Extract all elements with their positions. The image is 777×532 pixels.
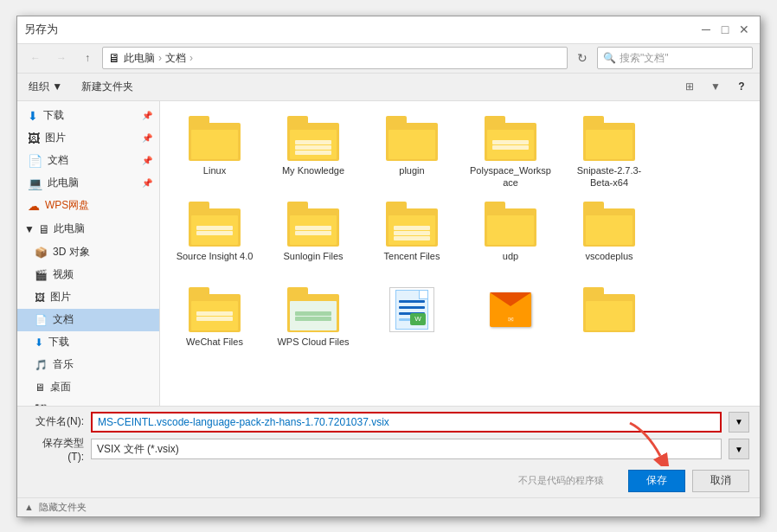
sidebar-item-documents[interactable]: 📄 文档 bbox=[17, 309, 159, 331]
watermark-text: 不只是代码的程序猿 bbox=[518, 475, 604, 485]
folder-content-wechat bbox=[196, 311, 233, 327]
pin-icon-3: 📌 bbox=[142, 156, 152, 165]
this-pc-label: 此电脑 bbox=[54, 221, 85, 236]
file-name-sourceinsight: Source Insight 4.0 bbox=[177, 250, 254, 262]
sidebar-item-bootcamp[interactable]: 💾 BOOTCAMP (C bbox=[17, 399, 159, 406]
desktop-label: 桌面 bbox=[50, 380, 71, 394]
computer-icon: 🖥 bbox=[108, 51, 120, 65]
folder-icon-wechat bbox=[189, 287, 241, 332]
sidebar-item-documents-pin[interactable]: 📄 文档 📌 bbox=[17, 150, 159, 172]
collapse-icon: ▲ bbox=[24, 502, 34, 512]
forward-button[interactable]: → bbox=[50, 48, 73, 68]
file-item-wpscloud[interactable]: WPS Cloud Files bbox=[266, 279, 361, 362]
refresh-button[interactable]: ↻ bbox=[571, 48, 594, 68]
file-item-sourceinsight[interactable]: Source Insight 4.0 bbox=[167, 194, 262, 276]
pin-icon: 📌 bbox=[142, 111, 152, 120]
navigation-toolbar: ← → ↑ 🖥 此电脑 › 文档 › ↻ 🔍 搜索"文档" bbox=[17, 44, 760, 74]
bottom-buttons: 不只是代码的程序猿 保存 取消 bbox=[28, 466, 749, 492]
filetype-select[interactable]: VSIX 文件 (*.vsix) bbox=[91, 439, 722, 459]
file-item-udp[interactable]: udp bbox=[463, 194, 558, 276]
folder-icon-extra bbox=[583, 287, 635, 332]
folder-content-lines bbox=[295, 140, 331, 156]
folder-content-tencent bbox=[394, 226, 430, 241]
file-name-tencent: Tencent Files bbox=[384, 250, 440, 262]
file-item-doc[interactable]: W bbox=[364, 279, 459, 362]
sidebar-item-pictures[interactable]: 🖼 图片 bbox=[17, 286, 159, 309]
folder-icon-plugin bbox=[386, 116, 438, 161]
video-label: 视频 bbox=[53, 267, 74, 282]
filename-input[interactable] bbox=[91, 412, 722, 433]
view-details-button[interactable]: ▼ bbox=[704, 76, 727, 97]
close-button[interactable]: ✕ bbox=[735, 21, 753, 38]
minimize-button[interactable]: ─ bbox=[697, 21, 715, 38]
sidebar-item-3d[interactable]: 📦 3D 对象 bbox=[17, 241, 159, 264]
folder-icon-tencent bbox=[386, 202, 438, 247]
sidebar-item-pictures-pin[interactable]: 🖼 图片 📌 bbox=[17, 127, 159, 150]
view-toggle-button[interactable]: ⊞ bbox=[678, 76, 701, 97]
video-icon: 🎬 bbox=[35, 269, 48, 281]
filetype-dropdown-button[interactable]: ▼ bbox=[729, 439, 749, 459]
file-name-linux: Linux bbox=[203, 164, 226, 176]
search-box[interactable]: 🔍 搜索"文档" bbox=[597, 47, 753, 69]
address-part-documents: 文档 bbox=[165, 51, 186, 66]
file-item-sunlogin[interactable]: Sunlogin Files bbox=[266, 194, 361, 276]
file-item-linux[interactable]: Linux bbox=[167, 108, 262, 190]
sidebar-label-computer-pin: 此电脑 bbox=[48, 176, 79, 190]
sidebar-item-download[interactable]: ⬇ 下载 bbox=[17, 331, 159, 354]
maximize-button[interactable]: □ bbox=[716, 21, 734, 38]
sidebar-label-wps: WPS网盘 bbox=[45, 198, 89, 213]
desktop-icon: 🖥 bbox=[35, 381, 45, 394]
sidebar-item-desktop[interactable]: 🖥 桌面 bbox=[17, 376, 159, 399]
folder-icon-sourceinsight bbox=[189, 202, 241, 247]
sidebar-item-download-pin[interactable]: ⬇ 下载 📌 bbox=[17, 105, 159, 127]
up-button[interactable]: ↑ bbox=[76, 48, 99, 68]
sidebar-label-download: 下载 bbox=[43, 108, 64, 123]
sidebar-item-wps[interactable]: ☁ WPS网盘 bbox=[17, 195, 159, 217]
file-item-envelope[interactable]: ✉ bbox=[463, 279, 558, 362]
file-item-wechat[interactable]: WeChat Files bbox=[167, 279, 262, 362]
file-area[interactable]: Linux bbox=[160, 101, 760, 406]
filename-dropdown-button[interactable]: ▼ bbox=[729, 412, 749, 433]
hide-folders-bar[interactable]: ▲ 隐藏文件夹 bbox=[17, 497, 760, 516]
save-as-dialog: 另存为 ─ □ ✕ ← → ↑ 🖥 此电脑 › 文档 › ↻ 🔍 搜索"文档" … bbox=[16, 16, 761, 517]
help-button[interactable]: ? bbox=[730, 76, 753, 97]
folder-icon-snipaste bbox=[583, 116, 635, 161]
file-name-polyspace: Polyspace_Workspace bbox=[467, 164, 554, 189]
back-button[interactable]: ← bbox=[24, 48, 47, 68]
3d-icon: 📦 bbox=[35, 247, 48, 259]
file-item-knowledge[interactable]: My Knowledge bbox=[266, 108, 361, 190]
file-item-plugin[interactable]: plugin bbox=[364, 108, 459, 190]
organize-button[interactable]: 组织 ▼ bbox=[24, 77, 67, 97]
file-item-vscodeplus[interactable]: vscodeplus bbox=[562, 194, 657, 276]
file-item-tencent[interactable]: Tencent Files bbox=[364, 194, 459, 276]
pictures-icon-pin: 🖼 bbox=[28, 131, 40, 145]
new-folder-button[interactable]: 新建文件夹 bbox=[77, 77, 138, 97]
dialog-title: 另存为 bbox=[24, 22, 58, 37]
title-bar: 另存为 ─ □ ✕ bbox=[17, 16, 760, 44]
sidebar-item-computer-pin[interactable]: 💻 此电脑 📌 bbox=[17, 172, 159, 195]
file-item-extra-folder[interactable] bbox=[562, 279, 657, 362]
save-button[interactable]: 保存 bbox=[628, 470, 685, 492]
file-item-polyspace[interactable]: Polyspace_Workspace bbox=[463, 108, 558, 190]
documents-icon-pin: 📄 bbox=[28, 154, 42, 168]
computer-icon-pin: 💻 bbox=[28, 176, 42, 190]
wps-icon: ☁ bbox=[28, 199, 40, 213]
organize-label: 组织 ▼ bbox=[29, 80, 62, 94]
file-name-wpscloud: WPS Cloud Files bbox=[277, 336, 349, 348]
file-name-snipaste: Snipaste-2.7.3-Beta-x64 bbox=[566, 164, 652, 189]
cancel-button[interactable]: 取消 bbox=[692, 470, 749, 492]
folder-icon-linux bbox=[189, 116, 241, 161]
action-bar: 组织 ▼ 新建文件夹 ⊞ ▼ ? bbox=[17, 74, 760, 101]
file-item-snipaste[interactable]: Snipaste-2.7.3-Beta-x64 bbox=[562, 108, 657, 190]
folder-icon-knowledge bbox=[287, 116, 339, 161]
folder-icon-polyspace bbox=[485, 116, 536, 161]
pin-icon-2: 📌 bbox=[142, 133, 152, 143]
sidebar-item-music[interactable]: 🎵 音乐 bbox=[17, 354, 159, 376]
envelope-file-icon: ✉ bbox=[487, 287, 534, 332]
address-bar[interactable]: 🖥 此电脑 › 文档 › bbox=[102, 47, 568, 69]
folder-content-source bbox=[196, 226, 233, 241]
download-icon: ⬇ bbox=[28, 109, 38, 123]
file-name-plugin: plugin bbox=[399, 164, 424, 176]
sidebar-item-video[interactable]: 🎬 视频 bbox=[17, 264, 159, 286]
sidebar-group-computer[interactable]: ▼ 🖥 此电脑 bbox=[17, 217, 159, 241]
